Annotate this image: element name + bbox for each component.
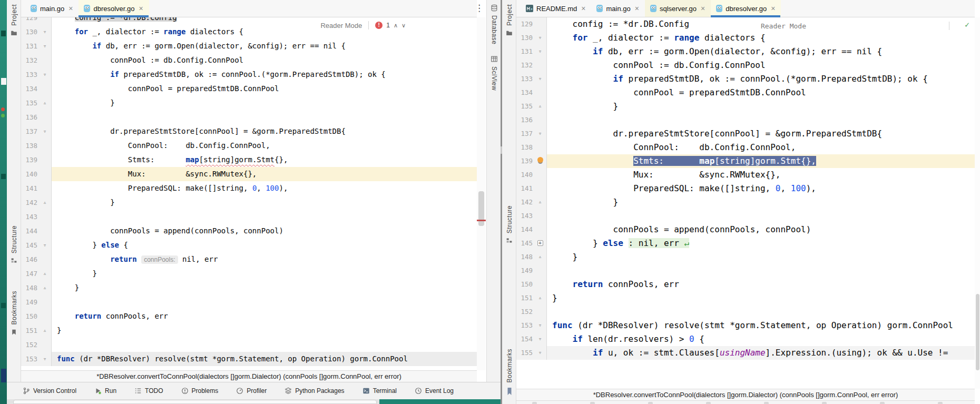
code-line[interactable]: 135▵ } — [516, 100, 975, 113]
toolwindow-button-structure[interactable]: Structure — [7, 225, 21, 264]
intention-bulb-icon[interactable] — [534, 154, 546, 168]
tab-dbresolver-go[interactable]: dbresolver.go × — [79, 0, 149, 17]
fold-marker-icon[interactable]: ▿ — [39, 25, 51, 39]
tab-readme-md[interactable]: README.md × — [521, 0, 591, 17]
code-line[interactable]: 141 PreparedSQL: make([]string, 0, 100), — [516, 182, 975, 195]
close-icon[interactable]: × — [771, 4, 775, 13]
close-icon[interactable]: × — [139, 4, 143, 13]
fold-expand-icon[interactable]: + — [534, 237, 546, 250]
tab-main-go[interactable]: main.go × — [591, 0, 644, 17]
statusbar-item-profiler[interactable]: Profiler — [236, 387, 267, 395]
code-line[interactable]: 136 — [21, 110, 477, 124]
code-line[interactable]: 142▵ } — [516, 195, 975, 209]
code-line[interactable]: 137▿ dr.prepareStmtStore[connPool] = &go… — [516, 127, 975, 141]
code-line[interactable]: 150 return connPools, err — [21, 309, 477, 323]
toolwindow-button-bookmarks[interactable]: Bookmarks — [502, 349, 516, 396]
tab-main-go[interactable]: main.go × — [25, 0, 79, 17]
toolwindow-button-database[interactable]: Database — [487, 4, 501, 44]
code-line[interactable]: 132 connPool := db.Config.ConnPool — [516, 58, 975, 72]
toolwindow-button-project[interactable]: Project — [7, 4, 21, 36]
statusbar-item-terminal[interactable]: Terminal — [362, 387, 397, 395]
fold-marker-icon[interactable]: ▿ — [534, 319, 546, 332]
tab-options-kebab-icon[interactable]: ⋮ — [475, 3, 484, 14]
code-editor-left[interactable]: 129 config := *dr.DB.Config130▿ for _, d… — [21, 17, 477, 370]
code-line[interactable]: 140 Mux: &sync.RWMutex{}, — [21, 167, 477, 181]
code-line[interactable]: 129 config := *dr.DB.Config — [21, 17, 477, 25]
code-line[interactable]: 133▿ if preparedStmtDB, ok := connPool.(… — [516, 72, 975, 86]
scrollbar-left-editor[interactable] — [477, 17, 486, 370]
inspections-widget[interactable]: ! 1 ∧ ∨ — [375, 22, 406, 29]
code-line[interactable]: 132 connPool := db.Config.ConnPool — [21, 53, 477, 67]
fold-marker-icon[interactable]: ▿ — [534, 31, 546, 45]
code-line[interactable]: 145+ } else : nil, err ↵ — [516, 237, 975, 250]
close-icon[interactable]: × — [581, 4, 585, 13]
code-line[interactable]: 151▵} — [516, 291, 975, 305]
next-error-button[interactable]: ∨ — [401, 22, 406, 29]
code-line[interactable]: 139 Stmts: map[string]gorm.Stmt{}, — [21, 153, 477, 167]
code-line[interactable]: 154▿ if len(dr.resolvers) > 0 { — [516, 332, 975, 346]
statusbar-item-version-control[interactable]: Version Control — [23, 387, 76, 395]
fold-marker-icon[interactable]: ▿ — [534, 72, 546, 86]
code-line[interactable]: 148▵ } — [516, 250, 975, 264]
fold-marker-icon[interactable]: ▵ — [39, 323, 51, 338]
code-line[interactable]: 153▿func (dr *DBResolver) resolve(stmt *… — [21, 352, 477, 366]
fold-marker-icon[interactable]: ▿ — [534, 45, 546, 58]
fold-marker-icon[interactable]: ▵ — [39, 96, 51, 110]
code-line[interactable]: 149 — [516, 264, 975, 278]
code-editor-right[interactable]: 129 config := *dr.DB.Config130▿ for _, d… — [516, 17, 975, 389]
code-line[interactable]: 149 — [21, 295, 477, 309]
scrollbar-right-editor[interactable] — [975, 17, 980, 389]
code-line[interactable]: 144 connPools = append(connPools, connPo… — [516, 223, 975, 237]
code-line[interactable]: 143 — [516, 209, 975, 223]
code-line[interactable]: 135▵ } — [21, 96, 477, 110]
code-line[interactable]: 141 PreparedSQL: make([]string, 0, 100), — [21, 181, 477, 195]
reader-mode-label[interactable]: Reader Mode — [320, 22, 362, 29]
toolwindow-button-sciview[interactable]: SciView — [487, 55, 501, 91]
code-line[interactable]: 129 config := *dr.DB.Config — [516, 17, 975, 31]
code-line[interactable]: 155▿ if u, ok := stmt.Clauses[usingName]… — [516, 346, 975, 360]
fold-marker-icon[interactable]: ▿ — [39, 67, 51, 82]
fold-marker-icon[interactable]: ▿ — [534, 332, 546, 346]
statusbar-item-python-packages[interactable]: Python Packages — [285, 387, 344, 395]
code-line[interactable]: 144 connPools = append(connPools, connPo… — [21, 224, 477, 238]
error-stripe-mark[interactable] — [477, 220, 486, 221]
code-line[interactable]: 146 return connPools: nil, err — [21, 252, 477, 267]
fold-marker-icon[interactable]: ▵ — [534, 291, 546, 305]
code-line[interactable]: 139 Stmts: map[string]gorm.Stmt{}, — [516, 154, 975, 168]
code-line[interactable]: 134 connPool = preparedStmtDB.ConnPool — [516, 86, 975, 100]
code-line[interactable]: 137▿ dr.prepareStmtStore[connPool] = &go… — [21, 124, 477, 139]
code-line[interactable]: 150 return connPools, err — [516, 278, 975, 291]
code-line[interactable]: 138 ConnPool: db.Config.ConnPool, — [516, 141, 975, 154]
close-icon[interactable]: × — [68, 4, 73, 13]
close-icon[interactable]: × — [635, 4, 639, 13]
tab-dbresolver-go[interactable]: dbresolver.go × — [711, 0, 781, 17]
fold-marker-icon[interactable]: ▿ — [534, 127, 546, 141]
code-line[interactable]: 148▵ } — [21, 281, 477, 295]
fold-marker-icon[interactable]: ▿ — [39, 238, 51, 252]
statusbar-item-run[interactable]: Run — [94, 387, 116, 395]
statusbar-item-todo[interactable]: TODO — [134, 387, 163, 395]
code-line[interactable]: 152 — [516, 305, 975, 319]
toolwindow-button-project[interactable]: Project — [502, 4, 516, 36]
code-line[interactable]: 133▿ if preparedStmtDB, ok := connPool.(… — [21, 67, 477, 82]
scrollbar-thumb[interactable] — [976, 294, 979, 370]
fold-marker-icon[interactable]: ▵ — [534, 195, 546, 209]
fold-marker-icon[interactable]: ▵ — [534, 250, 546, 264]
statusbar-item-problems[interactable]: Problems — [181, 387, 219, 395]
fold-marker-icon[interactable]: ▿ — [534, 346, 546, 360]
prev-error-button[interactable]: ∧ — [394, 22, 398, 29]
fold-marker-icon[interactable]: ▿ — [39, 124, 51, 139]
fold-marker-icon[interactable]: ▵ — [39, 195, 51, 210]
close-icon[interactable]: × — [701, 4, 705, 13]
fold-marker-icon[interactable]: ▵ — [39, 267, 51, 281]
fold-marker-icon[interactable]: ▵ — [534, 100, 546, 113]
code-line[interactable]: 151▵} — [21, 323, 477, 338]
code-line[interactable]: 131▿ if db, err := gorm.Open(dialector, … — [516, 45, 975, 58]
code-line[interactable]: 143 — [21, 210, 477, 224]
code-line[interactable]: 152 — [21, 338, 477, 352]
code-line[interactable]: 153▿func (dr *DBResolver) resolve(stmt *… — [516, 319, 975, 332]
code-line[interactable]: 140 Mux: &sync.RWMutex{}, — [516, 168, 975, 182]
code-line[interactable]: 131▿ if db, err := gorm.Open(dialector, … — [21, 39, 477, 53]
code-line[interactable]: 138 ConnPool: db.Config.ConnPool, — [21, 139, 477, 153]
tab-sqlserver-go[interactable]: sqlserver.go × — [645, 0, 711, 17]
